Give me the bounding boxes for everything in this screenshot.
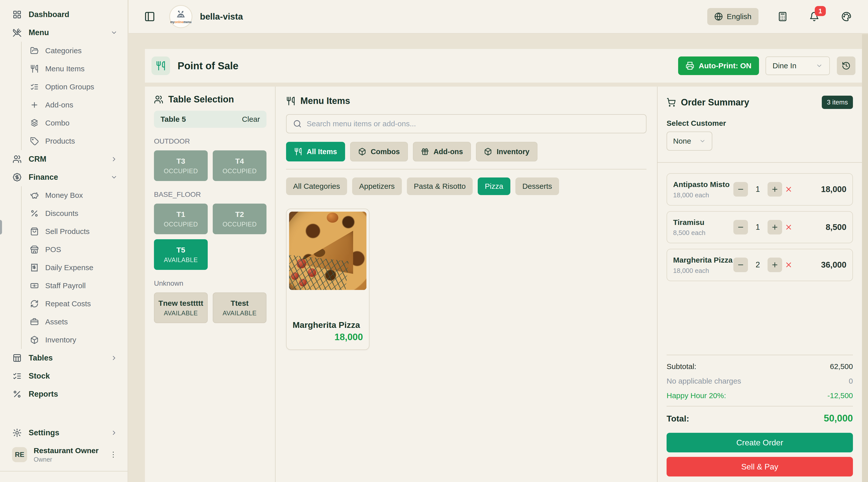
search-input[interactable] — [307, 120, 640, 128]
increase-qty-button[interactable] — [768, 220, 782, 234]
table-tile-tnew[interactable]: Tnew testtttt AVAILABLE — [154, 292, 208, 323]
table-tile-t3[interactable]: T3 OCCUPIED — [154, 150, 208, 181]
sidebar-item-assets[interactable]: Assets — [22, 313, 128, 331]
sidebar-item-label: Stock — [29, 372, 118, 381]
sidebar-item-repeat-costs[interactable]: Repeat Costs — [22, 295, 128, 313]
sidebar-item-menu[interactable]: Menu — [0, 24, 128, 42]
category-pasta-risotto[interactable]: Pasta & Risotto — [407, 178, 473, 195]
pos-header: Point of Sale Auto-Print: ON Dine In — [145, 49, 862, 83]
pos-utensils-icon — [151, 57, 170, 75]
panel-title: Order Summary — [681, 97, 749, 108]
decrease-qty-button[interactable] — [733, 220, 748, 234]
kebab-menu-icon[interactable] — [109, 450, 118, 459]
category-all[interactable]: All Categories — [286, 178, 347, 195]
sidebar-item-staff-payroll[interactable]: Staff Payroll — [22, 277, 128, 295]
filter-add-ons[interactable]: Add-ons — [413, 142, 471, 161]
table-tile-t4[interactable]: T4 OCCUPIED — [213, 150, 267, 181]
top-bar-actions: English 1 — [707, 8, 851, 25]
increase-qty-button[interactable] — [768, 258, 782, 272]
sidebar-item-reports[interactable]: Reports — [0, 385, 128, 403]
sidebar-item-label: Option Groups — [45, 83, 94, 91]
language-button[interactable]: English — [707, 8, 758, 25]
sidebar-item-products[interactable]: Products — [22, 132, 128, 150]
table-tile-t1[interactable]: T1 OCCUPIED — [154, 203, 208, 234]
sidebar-item-label: Add-ons — [45, 101, 73, 109]
cloche-icon — [176, 10, 186, 20]
sidebar-item-label: Products — [45, 137, 75, 146]
total-row: Total: 50,000 — [666, 406, 853, 424]
sidebar-item-menu-items[interactable]: Menu Items — [22, 60, 128, 78]
category-appetizers[interactable]: Appetizers — [352, 178, 402, 195]
discount-row: Happy Hour 20%: -12,500 — [666, 391, 853, 400]
sidebar-item-option-groups[interactable]: Option Groups — [22, 78, 128, 96]
category-pizza[interactable]: Pizza — [478, 178, 510, 195]
decrease-qty-button[interactable] — [733, 182, 748, 197]
chevron-down-icon — [816, 62, 823, 69]
sidebar-item-inventory[interactable]: Inventory — [22, 331, 128, 349]
remove-item-button[interactable] — [785, 185, 793, 193]
sidebar-item-add-ons[interactable]: Add-ons — [22, 96, 128, 114]
sidebar-item-dashboard[interactable]: Dashboard — [0, 5, 128, 24]
user-menu[interactable]: RE Restaurant Owner Owner — [0, 444, 128, 465]
order-history-button[interactable] — [837, 57, 856, 75]
product-card-margherita-pizza[interactable]: Margherita Pizza 18,000 — [286, 208, 369, 350]
cart-icon — [666, 98, 676, 107]
order-item-qty: 1 — [748, 223, 768, 232]
panel-title: Table Selection — [168, 94, 234, 105]
sidebar-item-label: Daily Expense — [45, 263, 93, 272]
sidebar-item-label: POS — [45, 245, 61, 254]
zone-tables: T1 OCCUPIED T2 OCCUPIED T5 AVAILABLE — [154, 203, 267, 270]
sidebar-item-pos[interactable]: POS — [22, 240, 128, 259]
sidebar-toggle-icon[interactable] — [144, 11, 155, 22]
sidebar-item-stock[interactable]: Stock — [0, 367, 128, 385]
table-icon — [12, 353, 22, 362]
sidebar-item-combo[interactable]: Combo — [22, 114, 128, 132]
table-tile-ttest[interactable]: Ttest AVAILABLE — [213, 292, 267, 323]
sidebar-item-tables[interactable]: Tables — [0, 349, 128, 367]
order-item-antipasto-misto: Antipasto Misto 18,000 each 1 18,000 — [666, 173, 853, 205]
sidebar-item-settings[interactable]: Settings — [0, 424, 128, 442]
theme-button[interactable] — [841, 11, 851, 22]
filter-inventory[interactable]: Inventory — [476, 142, 537, 161]
table-tile-t2[interactable]: T2 OCCUPIED — [213, 203, 267, 234]
sidebar-item-sell-products[interactable]: Sell Products — [22, 222, 128, 240]
clear-table-button[interactable]: Clear — [242, 115, 260, 124]
notifications-button[interactable]: 1 — [809, 11, 819, 22]
utensils-icon — [30, 65, 39, 73]
main-content: Table Selection Table 5 Clear OUTDOOR T3… — [145, 87, 862, 482]
edge-handle[interactable] — [0, 220, 2, 234]
remove-item-button[interactable] — [785, 261, 793, 269]
menu-submenu: Categories Menu Items Option Groups Add-… — [21, 42, 128, 150]
sidebar-item-money-box[interactable]: Money Box — [22, 186, 128, 204]
avatar: RE — [12, 447, 27, 462]
sidebar-item-label: Tables — [29, 353, 111, 362]
sidebar-item-label: Repeat Costs — [45, 299, 91, 308]
sidebar-item-label: Finance — [29, 173, 111, 182]
remove-item-button[interactable] — [785, 223, 793, 231]
sidebar-item-categories[interactable]: Categories — [22, 42, 128, 60]
sell-and-pay-button[interactable]: Sell & Pay — [666, 457, 853, 477]
increase-qty-button[interactable] — [768, 182, 782, 197]
sidebar-item-daily-expense[interactable]: Daily Expense — [22, 259, 128, 277]
calculator-button[interactable] — [778, 11, 787, 22]
zone-tables: T3 OCCUPIED T4 OCCUPIED — [154, 150, 267, 181]
create-order-button[interactable]: Create Order — [666, 433, 853, 452]
category-desserts[interactable]: Desserts — [516, 178, 559, 195]
order-type-select[interactable]: Dine In — [766, 57, 830, 75]
user-role: Owner — [34, 456, 98, 463]
panel-title: Menu Items — [300, 96, 350, 106]
decrease-qty-button[interactable] — [733, 258, 748, 272]
sidebar-item-label: Inventory — [45, 335, 76, 344]
filter-all-items[interactable]: All Items — [286, 142, 345, 161]
scrollbar[interactable] — [862, 34, 868, 482]
package-icon — [484, 148, 492, 156]
table-tile-t5-selected[interactable]: T5 AVAILABLE — [154, 239, 208, 270]
auto-print-button[interactable]: Auto-Print: ON — [678, 57, 759, 75]
sidebar-item-discounts[interactable]: Discounts — [22, 204, 128, 222]
order-type-value: Dine In — [773, 62, 797, 70]
filter-combos[interactable]: Combos — [350, 142, 408, 161]
customer-select[interactable]: None — [666, 132, 712, 151]
utensils-icon — [286, 96, 296, 106]
sidebar-item-crm[interactable]: CRM — [0, 150, 128, 168]
sidebar-item-finance[interactable]: Finance — [0, 168, 128, 186]
